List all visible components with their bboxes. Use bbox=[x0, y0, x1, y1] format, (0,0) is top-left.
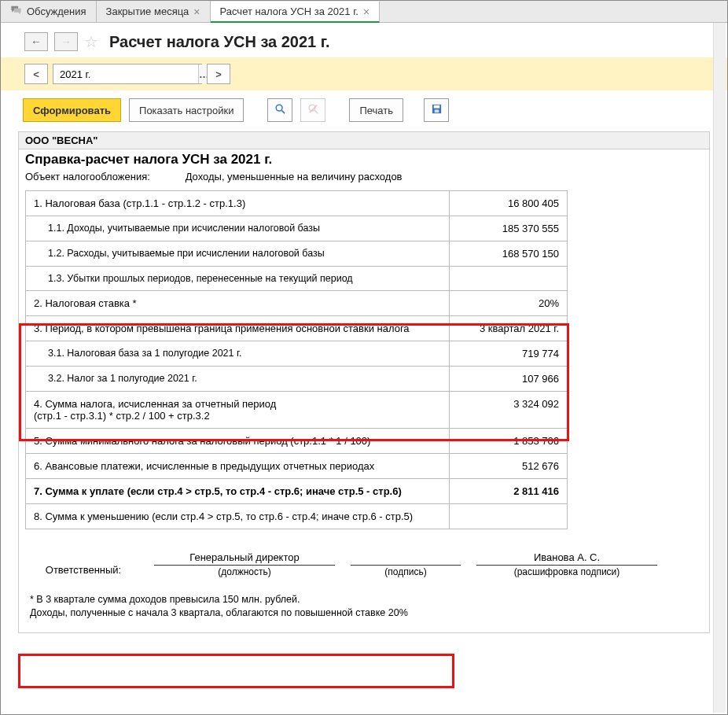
row-value: 107 966 bbox=[450, 367, 568, 392]
generate-button[interactable]: Сформировать bbox=[23, 98, 121, 122]
table-row: 7. Сумма к уплате (если стр.4 > стр.5, т… bbox=[26, 479, 568, 504]
tab-label: Обсуждения bbox=[27, 6, 86, 17]
table-row: 8. Сумма к уменьшению (если стр.4 > стр.… bbox=[26, 504, 568, 529]
tab-label: Закрытие месяца bbox=[106, 6, 189, 17]
search-icon bbox=[274, 103, 286, 117]
table-row: 6. Авансовые платежи, исчисленные в пред… bbox=[26, 454, 568, 479]
svg-line-1 bbox=[281, 110, 285, 113]
row-value: 20% bbox=[450, 291, 568, 316]
row-label: 8. Сумма к уменьшению (если стр.4 > стр.… bbox=[26, 504, 450, 529]
calc-table: 1. Налоговая база (стр.1.1 - стр.1.2 - с… bbox=[25, 190, 568, 529]
show-settings-button[interactable]: Показать настройки bbox=[129, 98, 244, 122]
row-value bbox=[450, 267, 568, 291]
responsible-label: Ответственный: bbox=[28, 551, 138, 577]
tax-object-row: Объект налогообложения: Доходы, уменьшен… bbox=[19, 169, 709, 190]
row-value: 3 324 092 bbox=[450, 392, 568, 429]
report-title: Справка-расчет налога УСН за 2021 г. bbox=[19, 149, 709, 169]
position-value: Генеральный директор bbox=[154, 551, 335, 563]
footnote-line: Доходы, полученные с начала 3 квартала, … bbox=[30, 606, 698, 620]
row-label: 1.1. Доходы, учитываемые при исчислении … bbox=[26, 216, 450, 241]
tab-month-close[interactable]: Закрытие месяца × bbox=[97, 1, 211, 22]
name-caption: (расшифровка подписи) bbox=[476, 565, 657, 577]
save-button[interactable] bbox=[424, 98, 449, 122]
row-label: 7. Сумма к уплате (если стр.4 > стр.5, т… bbox=[26, 479, 450, 504]
signature-caption: (подпись) bbox=[351, 565, 461, 577]
svg-point-0 bbox=[276, 105, 282, 111]
table-row: 4. Сумма налога, исчисленная за отчетный… bbox=[26, 392, 568, 429]
table-row: 3. Период, в котором превышена граница п… bbox=[26, 316, 568, 341]
row-label: 1.3. Убытки прошлых периодов, перенесенн… bbox=[26, 267, 450, 291]
row-value: 16 800 405 bbox=[450, 191, 568, 216]
period-next-button[interactable]: > bbox=[207, 64, 230, 84]
position-caption: (должность) bbox=[154, 565, 335, 577]
org-name: ООО "ВЕСНА" bbox=[19, 132, 709, 149]
row-value: 512 676 bbox=[450, 454, 568, 479]
row-label: 1. Налоговая база (стр.1.1 - стр.1.2 - с… bbox=[26, 191, 450, 216]
vertical-scrollbar[interactable] bbox=[713, 23, 726, 713]
table-row: 5. Сумма минимального налога за налоговы… bbox=[26, 429, 568, 454]
footnote-line: * В 3 квартале сумма доходов превысила 1… bbox=[30, 593, 698, 606]
tax-object-value: Доходы, уменьшенные на величину расходов bbox=[186, 171, 403, 182]
table-row: 1.3. Убытки прошлых периодов, перенесенн… bbox=[26, 267, 568, 291]
table-row: 3.2. Налог за 1 полугодие 2021 г.107 966 bbox=[26, 367, 568, 392]
period-field: … bbox=[53, 64, 202, 84]
row-label: 3.2. Налог за 1 полугодие 2021 г. bbox=[26, 367, 450, 392]
search-cancel-icon bbox=[307, 103, 319, 117]
footnote: * В 3 квартале сумма доходов превысила 1… bbox=[28, 588, 700, 625]
close-icon[interactable]: × bbox=[193, 6, 200, 17]
row-label: 5. Сумма минимального налога за налоговы… bbox=[26, 429, 450, 454]
period-prev-button[interactable]: < bbox=[24, 64, 48, 84]
highlight-box bbox=[18, 654, 454, 688]
report-toolbar: Сформировать Показать настройки Печать bbox=[1, 90, 727, 130]
nav-back-button[interactable]: ← bbox=[24, 32, 48, 51]
period-input[interactable] bbox=[53, 64, 198, 83]
row-label: 2. Налоговая ставка * bbox=[26, 291, 450, 316]
row-value: 185 370 555 bbox=[450, 216, 568, 241]
row-label: 3.1. Налоговая база за 1 полугодие 2021 … bbox=[26, 341, 450, 367]
row-label: 6. Авансовые платежи, исчисленные в пред… bbox=[26, 454, 450, 479]
svg-rect-6 bbox=[433, 105, 439, 109]
tab-discussions[interactable]: Обсуждения bbox=[1, 1, 97, 22]
tab-bar: Обсуждения Закрытие месяца × Расчет нало… bbox=[1, 1, 727, 23]
find-button[interactable] bbox=[267, 98, 292, 122]
row-label: 4. Сумма налога, исчисленная за отчетный… bbox=[26, 392, 450, 429]
row-value: 2 811 416 bbox=[450, 479, 568, 504]
page-header: ← → ☆ Расчет налога УСН за 2021 г. bbox=[1, 23, 727, 57]
row-value: 719 774 bbox=[450, 341, 568, 367]
table-row: 3.1. Налоговая база за 1 полугодие 2021 … bbox=[26, 341, 568, 367]
tab-label: Расчет налога УСН за 2021 г. bbox=[220, 6, 358, 17]
row-label: 1.2. Расходы, учитываемые при исчислении… bbox=[26, 241, 450, 267]
favorite-icon[interactable]: ☆ bbox=[84, 32, 98, 51]
name-value: Иванова А. С. bbox=[476, 551, 657, 563]
close-icon[interactable]: × bbox=[363, 6, 370, 17]
row-value: 3 квартал 2021 г. bbox=[450, 316, 568, 341]
row-value bbox=[450, 504, 568, 529]
table-row: 1.2. Расходы, учитываемые при исчислении… bbox=[26, 241, 568, 267]
find-cancel-button bbox=[300, 98, 325, 122]
chat-icon bbox=[10, 5, 22, 18]
table-row: 2. Налоговая ставка *20% bbox=[26, 291, 568, 316]
row-label: 3. Период, в котором превышена граница п… bbox=[26, 316, 450, 341]
row-value: 1 853 706 bbox=[450, 429, 568, 454]
print-button[interactable]: Печать bbox=[349, 98, 403, 122]
nav-forward-button[interactable]: → bbox=[54, 32, 78, 51]
report-area: ООО "ВЕСНА" Справка-расчет налога УСН за… bbox=[18, 131, 710, 633]
table-row: 1. Налоговая база (стр.1.1 - стр.1.2 - с… bbox=[26, 191, 568, 216]
page-title: Расчет налога УСН за 2021 г. bbox=[109, 33, 330, 51]
svg-rect-7 bbox=[434, 109, 439, 112]
svg-line-3 bbox=[314, 110, 318, 113]
row-value: 168 570 150 bbox=[450, 241, 568, 267]
table-row: 1.1. Доходы, учитываемые при исчислении … bbox=[26, 216, 568, 241]
tab-usn-calc[interactable]: Расчет налога УСН за 2021 г. × bbox=[211, 2, 381, 23]
floppy-icon bbox=[431, 103, 443, 117]
tax-object-label: Объект налогообложения: bbox=[25, 171, 182, 182]
period-selector-bar: < … > bbox=[1, 57, 727, 90]
signature-block: Ответственный: Генеральный директор (дол… bbox=[19, 529, 709, 577]
